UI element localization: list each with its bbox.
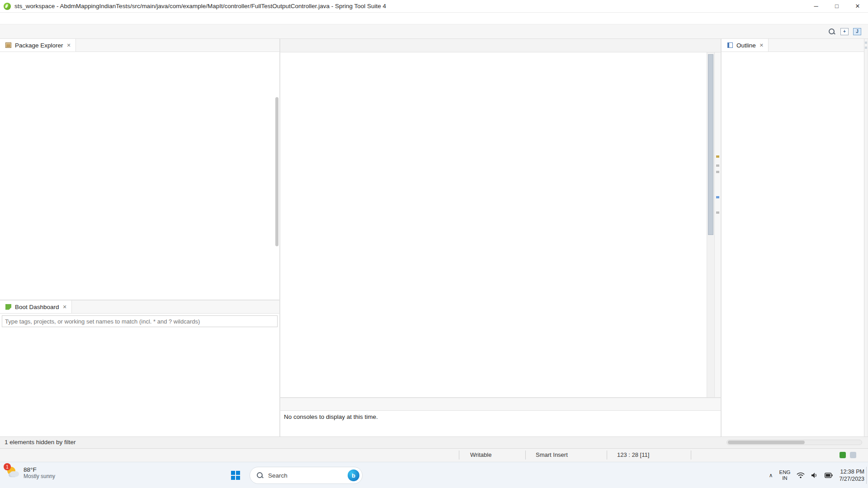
bottom-trim: 1 elements hidden by filter: [0, 436, 868, 448]
taskbar-search[interactable]: Search b: [250, 467, 363, 484]
sts-logo-icon: [4, 3, 11, 10]
status-gray-icon[interactable]: [850, 452, 856, 458]
package-explorer-header: Package Explorer ✕: [0, 39, 279, 52]
tab-package-explorer[interactable]: Package Explorer ✕: [0, 39, 76, 52]
tab-outline[interactable]: Outline ✕: [722, 39, 769, 52]
weather-icon: 1: [6, 466, 20, 479]
minimized-trim-bar[interactable]: [864, 39, 867, 448]
boot-dashboard-icon: [5, 303, 12, 310]
outline-title: Outline: [736, 42, 756, 49]
show-desktop-button[interactable]: [866, 467, 868, 484]
language-indicator[interactable]: ENGIN: [779, 469, 790, 481]
menu-bar: [0, 13, 868, 24]
boot-dashboard-title: Boot Dashboard: [15, 304, 59, 310]
system-tray: ∧ ENGIN 12:38 PM7/27/2023: [769, 462, 864, 488]
weather-widget[interactable]: 1 88°F Mostly sunny: [6, 466, 55, 479]
boot-filter-input[interactable]: [2, 318, 277, 325]
package-explorer-title: Package Explorer: [15, 42, 63, 49]
tray-chevron-up-icon[interactable]: ∧: [769, 472, 773, 479]
boot-filter-field: [2, 315, 278, 327]
tab-boot-dashboard[interactable]: Boot Dashboard ✕: [0, 300, 72, 313]
outline-icon: [726, 42, 734, 49]
editor-overview-ruler[interactable]: [714, 52, 721, 397]
java-perspective-icon[interactable]: J: [852, 26, 863, 38]
package-explorer-tree: [0, 52, 279, 300]
console-tab-bar: [280, 398, 721, 411]
status-green-icon[interactable]: [840, 452, 846, 458]
overview-mark[interactable]: [716, 196, 719, 198]
boot-dashboard-tree: [0, 328, 279, 436]
minimize-window-button[interactable]: ─: [806, 0, 826, 13]
start-button[interactable]: [228, 468, 243, 483]
overview-mark[interactable]: [716, 211, 719, 214]
notification-badge: 1: [4, 463, 11, 470]
overview-mark[interactable]: [716, 171, 719, 173]
open-perspective-icon[interactable]: +: [839, 26, 850, 38]
status-bar: Writable Smart Insert 123 : 28 [11]: [0, 448, 868, 462]
taskbar: 1 88°F Mostly sunny Search b ∧ ENGIN: [0, 462, 868, 488]
overview-mark[interactable]: [716, 155, 719, 158]
outline-header: Outline ✕: [722, 39, 864, 52]
title-bar: sts_workspace - AbdmMappingIndianTests/s…: [0, 0, 868, 13]
search-icon[interactable]: [826, 26, 837, 38]
close-icon[interactable]: ✕: [67, 42, 71, 48]
editor-tab-bar: [280, 39, 721, 52]
maximize-window-button[interactable]: □: [826, 0, 847, 13]
writable-status: Writable: [470, 451, 491, 458]
window-title: sts_workspace - AbdmMappingIndianTests/s…: [14, 3, 386, 9]
close-window-button[interactable]: ✕: [847, 0, 868, 13]
console-message: No consoles to display at this time.: [284, 413, 378, 420]
outline-tree: [722, 52, 864, 448]
search-label: Search: [268, 472, 348, 479]
volume-icon[interactable]: [811, 472, 818, 479]
wifi-icon[interactable]: [797, 472, 805, 479]
windows-logo-icon: [231, 471, 240, 480]
bing-icon: b: [348, 469, 359, 481]
close-icon[interactable]: ✕: [760, 42, 764, 48]
package-explorer-scrollbar[interactable]: [275, 97, 278, 246]
insert-mode-status: Smart Insert: [536, 451, 568, 458]
main-toolbar: + J: [0, 24, 868, 39]
cursor-position-status: 123 : 28 [11]: [617, 451, 649, 458]
editor-vertical-scrollbar[interactable]: [707, 52, 714, 397]
weather-desc: Mostly sunny: [24, 473, 55, 479]
boot-dashboard-header: Boot Dashboard ✕: [0, 300, 279, 314]
search-icon: [256, 472, 264, 479]
overview-mark[interactable]: [716, 164, 719, 167]
package-explorer-icon: [5, 42, 12, 49]
weather-temp: 88°F: [24, 466, 55, 473]
code-editor[interactable]: [280, 52, 707, 397]
close-icon[interactable]: ✕: [63, 304, 67, 310]
clock[interactable]: 12:38 PM7/27/2023: [839, 468, 864, 483]
filter-status-text: 1 elements hidden by filter: [5, 439, 76, 446]
battery-icon[interactable]: [825, 473, 833, 478]
outline-horizontal-scrollbar[interactable]: [726, 440, 862, 445]
